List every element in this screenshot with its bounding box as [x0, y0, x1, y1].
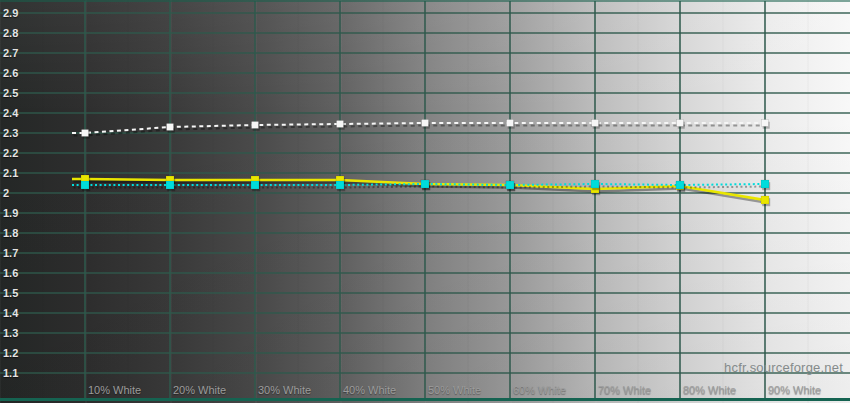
marker-reference-gamma [677, 120, 684, 127]
marker-average-gamma [251, 181, 259, 189]
y-tick-label: 2.8 [3, 26, 33, 40]
y-tick-label: 2.3 [3, 126, 33, 140]
marker-reference-gamma [252, 122, 259, 129]
y-tick-label: 2.9 [3, 6, 33, 20]
y-tick-label: 1.2 [3, 346, 33, 360]
x-tick-label: 50% White [428, 384, 481, 397]
x-tick-label: 80% White [683, 384, 736, 397]
x-tick-label: 60% White [513, 384, 566, 397]
y-tick-label: 1.7 [3, 246, 33, 260]
y-tick-label: 2.1 [3, 166, 33, 180]
marker-average-gamma [81, 181, 89, 189]
chart-bottom-border [0, 398, 850, 401]
y-tick-label: 2.4 [3, 106, 33, 120]
y-tick-label: 2 [3, 186, 33, 200]
series-line-average-gamma [74, 187, 767, 188]
y-tick-label: 1.9 [3, 206, 33, 220]
x-tick-label: 20% White [173, 384, 226, 397]
marker-reference-gamma [762, 120, 769, 127]
y-tick-label: 1.8 [3, 226, 33, 240]
marker-average-gamma [336, 181, 344, 189]
chart-top-border [0, 0, 850, 2]
x-tick-label: 90% White [768, 384, 821, 397]
watermark-text: hcfr.sourceforge.net [724, 360, 843, 375]
y-tick-label: 1.6 [3, 266, 33, 280]
y-tick-label: 2.2 [3, 146, 33, 160]
x-tick-label: 30% White [258, 384, 311, 397]
marker-average-gamma [591, 180, 599, 188]
marker-average-gamma [761, 180, 769, 188]
marker-average-gamma [421, 180, 429, 188]
marker-reference-gamma [167, 124, 174, 131]
chart-canvas [0, 0, 850, 403]
marker-reference-gamma [507, 120, 514, 127]
y-tick-label: 2.6 [3, 66, 33, 80]
y-tick-label: 2.7 [3, 46, 33, 60]
y-tick-label: 1.1 [3, 366, 33, 380]
x-tick-label: 70% White [598, 384, 651, 397]
y-tick-label: 1.5 [3, 286, 33, 300]
y-tick-label: 2.5 [3, 86, 33, 100]
marker-reference-gamma [592, 120, 599, 127]
marker-reference-gamma [337, 121, 344, 128]
y-tick-label: 1.3 [3, 326, 33, 340]
x-tick-label: 10% White [88, 384, 141, 397]
series-line-average-gamma [72, 184, 765, 185]
marker-reference-gamma [422, 120, 429, 127]
gamma-tracking-chart: 2.92.82.72.62.52.42.32.22.121.91.81.71.6… [0, 0, 850, 403]
marker-measured-gamma [761, 196, 769, 204]
marker-average-gamma [506, 181, 514, 189]
marker-average-gamma [166, 181, 174, 189]
marker-average-gamma [676, 181, 684, 189]
marker-reference-gamma [82, 130, 89, 137]
x-tick-label: 40% White [343, 384, 396, 397]
y-tick-label: 1.4 [3, 306, 33, 320]
